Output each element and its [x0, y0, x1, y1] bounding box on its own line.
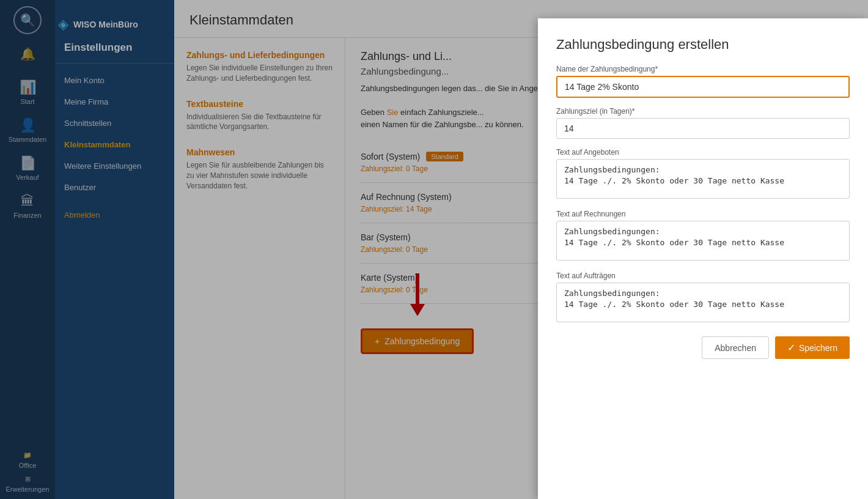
text-rechnungen-input[interactable]: Zahlungsbedingungen: 14 Tage ./. 2% Skon…	[556, 221, 850, 261]
form-group-text-rechnungen: Text auf Rechnungen Zahlungsbedingungen:…	[556, 210, 850, 262]
modal-title: Zahlungsbedingung erstellen	[556, 37, 850, 53]
cancel-button[interactable]: Abbrechen	[702, 336, 769, 359]
text-rechnungen-label: Text auf Rechnungen	[556, 210, 850, 218]
name-input[interactable]	[556, 76, 850, 98]
form-group-text-angeboten: Text auf Angeboten Zahlungsbedingungen: …	[556, 148, 850, 201]
save-button[interactable]: ✓ Speichern	[775, 336, 850, 359]
zahlungsziel-input[interactable]	[556, 118, 850, 139]
text-auftraegen-label: Text auf Aufträgen	[556, 272, 850, 280]
text-auftraegen-input[interactable]: Zahlungsbedingungen: 14 Tage ./. 2% Skon…	[556, 283, 850, 322]
form-group-name: Name der Zahlungsbedingung*	[556, 65, 850, 98]
name-label: Name der Zahlungsbedingung*	[556, 65, 850, 73]
modal-footer: Abbrechen ✓ Speichern	[556, 336, 850, 359]
form-group-text-auftraegen: Text auf Aufträgen Zahlungsbedingungen: …	[556, 272, 850, 324]
text-angeboten-input[interactable]: Zahlungsbedingungen: 14 Tage ./. 2% Skon…	[556, 159, 850, 199]
check-icon: ✓	[787, 342, 795, 353]
modal-zahlungsbedingung: Zahlungsbedingung erstellen Name der Zah…	[538, 18, 868, 499]
save-label: Speichern	[799, 343, 837, 353]
form-group-zahlungsziel: Zahlungsziel (in Tagen)*	[556, 107, 850, 139]
text-angeboten-label: Text auf Angeboten	[556, 148, 850, 157]
zahlungsziel-label: Zahlungsziel (in Tagen)*	[556, 107, 850, 116]
